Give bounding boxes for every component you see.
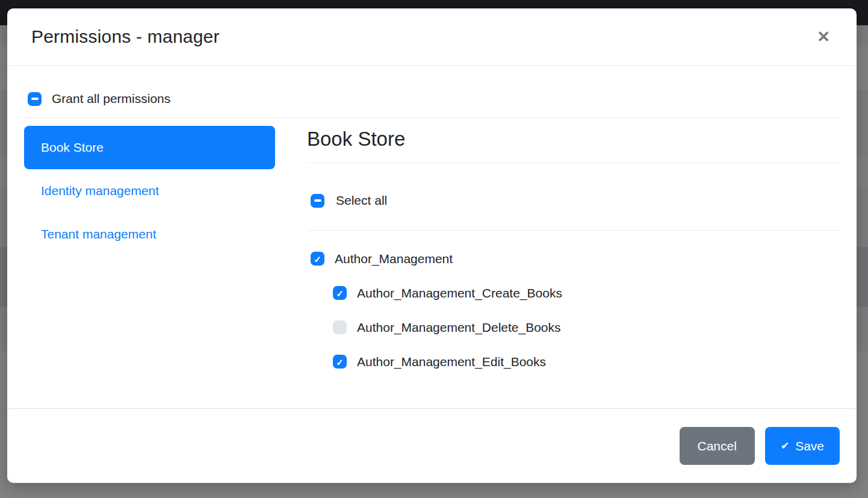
save-button[interactable]: ✔ Save: [765, 427, 840, 465]
modal-title: Permissions - manager: [31, 26, 220, 47]
check-icon: ✓: [314, 255, 321, 264]
tab-identity-management[interactable]: Identity management: [24, 169, 275, 213]
cancel-button[interactable]: Cancel: [680, 427, 755, 465]
modal-body: Grant all permissions Book StoreIdentity…: [7, 66, 857, 408]
permission-checkbox-checked[interactable]: ✓: [333, 355, 347, 369]
permission-checkbox-checked[interactable]: ✓: [311, 252, 324, 266]
tab-tenant-management[interactable]: Tenant management: [24, 213, 275, 256]
permission-row: ✓Author_Management: [307, 241, 840, 276]
check-icon: ✓: [336, 289, 344, 298]
permissions-columns: Book StoreIdentity managementTenant mana…: [24, 126, 840, 379]
permission-checkbox-checked[interactable]: ✓: [333, 286, 347, 300]
grant-all-row: Grant all permissions: [24, 90, 840, 108]
select-all-label[interactable]: Select all: [336, 193, 387, 208]
check-icon: ✔: [781, 437, 789, 455]
grant-all-label[interactable]: Grant all permissions: [52, 92, 170, 106]
permission-row: Author_Management_Delete_Books: [307, 310, 840, 344]
permission-group-panel: Book Store Select all ✓Author_Management…: [307, 126, 840, 379]
permission-tree: ✓Author_Management✓Author_Management_Cre…: [307, 241, 840, 379]
select-all-checkbox[interactable]: [311, 194, 324, 208]
modal-footer: Cancel ✔ Save: [7, 408, 857, 483]
close-icon[interactable]: ✕: [814, 26, 832, 47]
permission-label[interactable]: Author_Management_Create_Books: [357, 286, 562, 300]
permission-label[interactable]: Author_Management: [335, 252, 453, 266]
permission-row: ✓Author_Management_Edit_Books: [307, 344, 840, 379]
permission-checkbox-unchecked[interactable]: [333, 320, 347, 334]
panel-heading: Book Store: [307, 126, 840, 163]
tab-book-store[interactable]: Book Store: [24, 126, 275, 169]
check-icon: ✓: [336, 358, 344, 367]
grant-all-checkbox[interactable]: [28, 92, 42, 106]
permission-label[interactable]: Author_Management_Delete_Books: [357, 320, 561, 335]
modal-header: Permissions - manager ✕: [7, 8, 857, 66]
save-button-label: Save: [795, 437, 824, 455]
permission-row: ✓Author_Management_Create_Books: [307, 276, 840, 310]
divider: [24, 117, 840, 118]
divider: [307, 230, 840, 231]
permission-group-tabs: Book StoreIdentity managementTenant mana…: [24, 126, 275, 256]
permissions-modal: Permissions - manager ✕ Grant all permis…: [7, 8, 857, 483]
select-all-row: Select all: [307, 191, 840, 210]
permission-label[interactable]: Author_Management_Edit_Books: [357, 355, 546, 369]
